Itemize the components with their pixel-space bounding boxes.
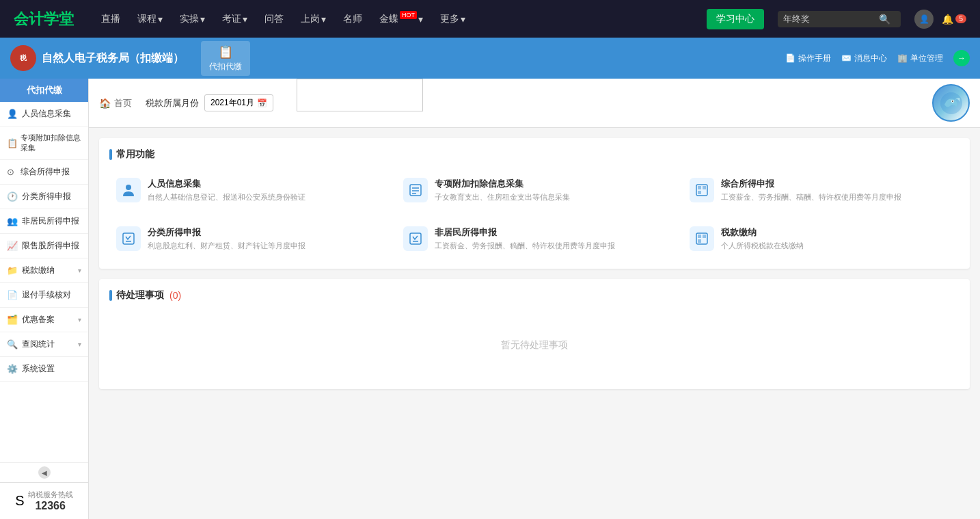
bird-svg — [938, 90, 965, 117]
nav-live[interactable]: 直播 — [94, 10, 127, 29]
nav-more[interactable]: 更多 ▾ — [433, 10, 472, 29]
sidebar-item-comprehensive[interactable]: ⊙ 综合所得申报 — [0, 160, 88, 185]
nav-job[interactable]: 上岗 ▾ — [294, 10, 333, 29]
nav-qa[interactable]: 问答 — [258, 10, 290, 29]
logout-btn[interactable]: → — [953, 50, 970, 66]
feature-desc-nonresident: 工资薪金、劳务报酬、稿酬、特许权使用费等月度申报 — [435, 241, 615, 251]
sidebar-menu: 👤 人员信息采集 📋 专项附加扣除信息采集 ⊙ 综合所得申报 🕐 分类所得申报 … — [0, 102, 88, 462]
search-area: 🔍 — [778, 11, 901, 27]
unit-management-btn[interactable]: 🏢 单位管理 — [897, 53, 943, 64]
feature-desc-comprehensive: 工资薪金、劳务报酬、稿酬、特许权使用费等月度申报 — [721, 192, 901, 202]
feature-icon-personnel — [116, 178, 141, 202]
gear-icon: ⚙️ — [7, 364, 18, 374]
collapse-button[interactable]: ◀ — [38, 466, 51, 479]
collapse-area[interactable]: ◀ — [0, 462, 88, 482]
sidebar: 代扣代缴 👤 人员信息采集 📋 专项附加扣除信息采集 ⊙ 综合所得申报 🕐 分类… — [0, 79, 89, 519]
avatar[interactable]: 👤 — [914, 10, 934, 29]
svg-rect-17 — [698, 235, 701, 238]
feature-icon-nonresident — [403, 226, 428, 251]
feature-card-nonresident[interactable]: 非居民所得申报 工资薪金、劳务报酬、稿酬、特许权使用费等月度申报 — [396, 219, 673, 258]
sidebar-footer: S 纳税服务热线 12366 — [0, 482, 88, 519]
list-icon: 📋 — [7, 138, 16, 148]
svg-rect-18 — [703, 235, 706, 238]
feature-card-comprehensive[interactable]: 综合所得申报 工资薪金、劳务报酬、稿酬、特许权使用费等月度申报 — [683, 171, 959, 209]
svg-rect-19 — [698, 239, 701, 243]
svg-rect-9 — [698, 186, 701, 189]
feature-card-tax-payment[interactable]: 税款缴纳 个人所得税税款在线缴纳 — [683, 219, 959, 258]
app-container: 税 自然人电子税务局（扣缴端） 📋 代扣代缴 📄 操作手册 ✉️ 消息中心 🏢 … — [0, 38, 980, 519]
person-icon: 👤 — [7, 109, 18, 119]
sidebar-item-system-settings[interactable]: ⚙️ 系统设置 — [0, 357, 88, 382]
feature-name-comprehensive: 综合所得申报 — [721, 178, 901, 190]
chart-icon: ⊙ — [7, 167, 16, 177]
period-select-dropdown[interactable]: 2021年01月 📅 — [204, 94, 273, 111]
feature-desc-classified: 利息股息红利、财产租赁、财产转让等月度申报 — [148, 241, 305, 251]
feature-name-personnel: 人员信息采集 — [148, 178, 305, 190]
feature-icon-special — [403, 178, 428, 202]
home-icon[interactable]: 🏠 — [99, 98, 111, 109]
search-input[interactable] — [783, 14, 879, 24]
empty-state-pending: 暂无待处理事项 — [109, 312, 959, 379]
feature-card-classified[interactable]: 分类所得申报 利息股息红利、财产租赁、财产转让等月度申报 — [109, 219, 386, 258]
feature-grid: 人员信息采集 自然人基础信息登记、报送和公安系统身份验证 专项附加扣除信息采集 … — [109, 171, 959, 258]
search-icon[interactable]: 🔍 — [879, 14, 890, 25]
nav-kingdee[interactable]: 金蝶 HOT ▾ — [372, 10, 430, 29]
search-data-icon: 🔍 — [7, 339, 18, 349]
feature-name-special: 专项附加扣除信息采集 — [435, 178, 570, 190]
pending-title: 待处理事项 — [109, 289, 164, 302]
app-header-right: 📄 操作手册 ✉️ 消息中心 🏢 单位管理 → — [785, 50, 970, 66]
sidebar-item-nonresident[interactable]: 👥 非居民所得申报 — [0, 209, 88, 234]
top-navigation: 会计学堂 直播 课程 ▾ 实操 ▾ 考证 ▾ 问答 上岗 ▾ 名师 金蝶 HOT… — [0, 0, 980, 38]
common-functions-section: 常用功能 人员信息采集 自然人基础信息登记、报送和公安系统身份验证 — [99, 138, 970, 269]
nav-practice[interactable]: 实操 ▾ — [173, 10, 212, 29]
bird-logo-area — [932, 84, 970, 122]
sidebar-item-query-stats[interactable]: 🔍 查阅统计 ▾ — [0, 332, 88, 357]
main-content: 常用功能 人员信息采集 自然人基础信息登记、报送和公安系统身份验证 — [89, 128, 980, 519]
period-selector: 税款所属月份 2021年01月 📅 — [146, 94, 273, 111]
feature-name-nonresident: 非居民所得申报 — [435, 226, 615, 239]
feature-icon-tax-payment — [690, 226, 714, 251]
app-logo: 税 — [10, 45, 36, 71]
sidebar-item-personnel[interactable]: 👤 人员信息采集 — [0, 102, 88, 127]
feature-card-personnel[interactable]: 人员信息采集 自然人基础信息登记、报送和公安系统身份验证 — [109, 171, 386, 209]
hot-badge: HOT — [400, 11, 417, 19]
nav-course[interactable]: 课程 ▾ — [131, 10, 169, 29]
operation-manual-btn[interactable]: 📄 操作手册 — [785, 53, 831, 64]
bird-logo — [932, 84, 970, 122]
sidebar-item-tax-payment[interactable]: 📁 税款缴纳 ▾ — [0, 258, 88, 283]
sidebar-item-classified[interactable]: 🕐 分类所得申报 — [0, 185, 88, 209]
feature-desc-special: 子女教育支出、住房租金支出等信息采集 — [435, 192, 570, 202]
pending-header: 待处理事项 (0) — [109, 289, 959, 302]
file-icon: 🗂️ — [7, 315, 18, 325]
sidebar-item-refund-check[interactable]: 📄 退付手续核对 — [0, 283, 88, 308]
notification-area[interactable]: 🔔 5 — [942, 14, 966, 25]
sidebar-item-restricted-stock[interactable]: 📈 限售股所得申报 — [0, 234, 88, 258]
svg-rect-11 — [698, 191, 701, 194]
period-label: 税款所属月份 — [146, 97, 199, 109]
chevron-down-icon-2: ▾ — [78, 316, 81, 323]
nav-exam[interactable]: 考证 ▾ — [215, 10, 254, 29]
feature-card-special-deduction[interactable]: 专项附加扣除信息采集 子女教育支出、住房租金支出等信息采集 — [396, 171, 673, 209]
feature-desc-personnel: 自然人基础信息登记、报送和公安系统身份验证 — [148, 192, 305, 202]
bar-chart-icon: 📈 — [7, 241, 18, 251]
sidebar-title: 代扣代缴 — [0, 79, 88, 102]
tab-icon: 📋 — [218, 44, 233, 59]
nav-teacher[interactable]: 名师 — [336, 10, 369, 29]
clock-icon: 🕐 — [7, 191, 18, 202]
feature-icon-comprehensive — [690, 178, 714, 202]
sidebar-item-special-deduction[interactable]: 📋 专项附加扣除信息采集 — [0, 127, 88, 160]
sidebar-item-preferential[interactable]: 🗂️ 优惠备案 ▾ — [0, 308, 88, 332]
app-header-tabs: 📋 代扣代缴 — [201, 41, 250, 76]
common-functions-title: 常用功能 — [109, 148, 959, 161]
svg-point-3 — [126, 185, 131, 190]
message-center-btn[interactable]: ✉️ 消息中心 — [841, 53, 887, 64]
feature-name-tax-payment: 税款缴纳 — [721, 226, 804, 239]
study-center-button[interactable]: 学习中心 — [707, 9, 764, 29]
notification-badge: 5 — [955, 14, 966, 23]
chevron-down-icon-3: ▾ — [78, 341, 81, 348]
site-logo[interactable]: 会计学堂 — [14, 9, 74, 29]
svg-rect-10 — [703, 186, 706, 189]
tab-withholding[interactable]: 📋 代扣代缴 — [201, 41, 250, 76]
main-layout: 代扣代缴 👤 人员信息采集 📋 专项附加扣除信息采集 ⊙ 综合所得申报 🕐 分类… — [0, 79, 980, 519]
breadcrumb: 🏠 首页 — [99, 97, 132, 109]
